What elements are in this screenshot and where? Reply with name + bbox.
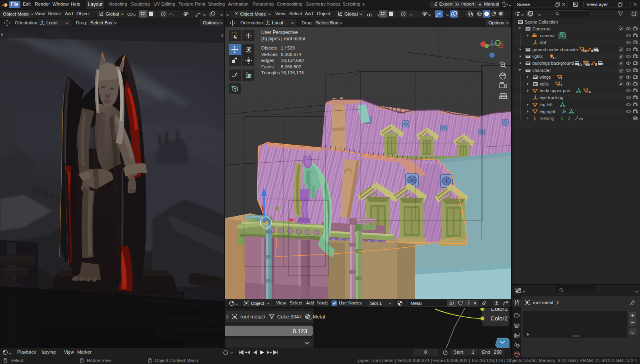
svg-text:leg left: leg left <box>540 102 552 107</box>
svg-text:body upper part: body upper part <box>540 88 570 93</box>
svg-text:Cube.004: Cube.004 <box>277 314 299 320</box>
svg-text:wings: wings <box>539 75 551 80</box>
svg-text:29: 29 <box>579 117 583 121</box>
svg-text:Scene Collection: Scene Collection <box>525 20 558 24</box>
svg-text:ground under character: ground under character <box>532 47 578 52</box>
svg-text:2: 2 <box>597 49 599 53</box>
svg-text:16: 16 <box>587 90 591 94</box>
svg-text:4: 4 <box>591 49 593 53</box>
svg-text:56: 56 <box>583 49 587 53</box>
svg-text:roof metal: roof metal <box>240 314 263 320</box>
svg-text:Cameras: Cameras <box>532 26 550 31</box>
svg-text:dof: dof <box>540 40 546 45</box>
svg-text:10: 10 <box>578 63 582 67</box>
svg-text:nails: nails <box>540 82 549 86</box>
svg-text:camera: camera <box>540 33 555 38</box>
svg-text:leg right: leg right <box>540 109 555 114</box>
svg-text:11: 11 <box>559 83 562 87</box>
svg-text:12: 12 <box>552 56 556 60</box>
svg-text:0.123: 0.123 <box>293 328 307 334</box>
svg-text:lights: lights <box>532 54 543 59</box>
svg-text:Color1: Color1 <box>490 308 508 312</box>
svg-text:2: 2 <box>595 62 597 66</box>
svg-text:7: 7 <box>560 76 562 80</box>
svg-text:buildings background: buildings background <box>532 61 574 66</box>
svg-text:eye tracking: eye tracking <box>540 95 563 100</box>
svg-text:character: character <box>532 68 551 73</box>
svg-text:4: 4 <box>602 62 604 66</box>
svg-text:Color2: Color2 <box>490 315 508 322</box>
svg-text:metarig: metarig <box>540 116 554 121</box>
svg-text:Metal: Metal <box>313 314 325 320</box>
svg-text:99: 99 <box>586 63 590 67</box>
